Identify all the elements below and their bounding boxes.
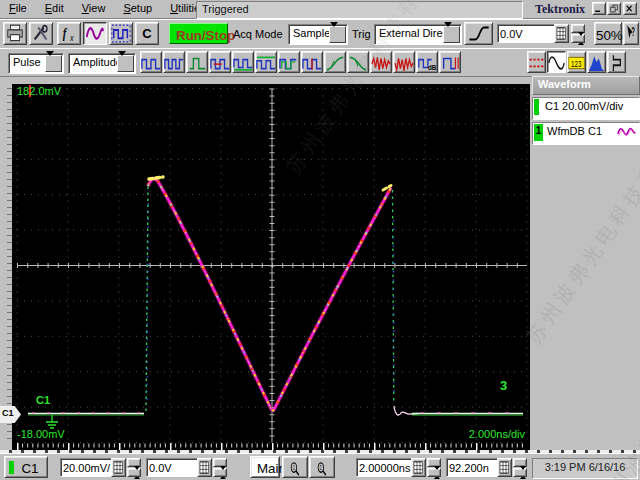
- trigger-level-field[interactable]: [497, 24, 555, 43]
- menu-file[interactable]: File: [0, 0, 36, 18]
- magnifier-2-button[interactable]: 2: [309, 456, 335, 478]
- vertical-offset-field[interactable]: [146, 458, 200, 477]
- vertical-offset-stepper[interactable]: [213, 458, 227, 477]
- oscilloscope-app: FileEditViewSetupUtilitiesHelp Triggered…: [0, 0, 640, 480]
- keypad-button[interactable]: [554, 24, 569, 43]
- menu-bar: FileEditViewSetupUtilitiesHelp Triggered…: [0, 0, 640, 19]
- top-voltage-readout: 182.0mV: [17, 85, 61, 97]
- menu-view[interactable]: View: [73, 0, 115, 18]
- step-down-button[interactable]: [127, 468, 141, 477]
- meas-pulse-mid-button[interactable]: [278, 51, 300, 73]
- horizontal-scale-field[interactable]: [356, 458, 414, 477]
- wfmdb-wave-icon: [617, 125, 637, 139]
- svg-text:f: f: [63, 26, 68, 42]
- keypad-button[interactable]: [497, 458, 512, 477]
- trigger-slope-button[interactable]: [464, 22, 493, 45]
- dropdown-arrow-icon[interactable]: [329, 26, 346, 43]
- waveform-plot: [12, 84, 530, 450]
- print-button[interactable]: [3, 22, 27, 45]
- bottom-voltage-readout: -18.00mV: [17, 428, 65, 440]
- channel-select-button[interactable]: C1: [4, 456, 48, 478]
- dropdown-arrow-icon[interactable]: [443, 26, 460, 43]
- view-cursors-button[interactable]: [527, 51, 546, 73]
- clock-readout: 3:19 PM 6/16/16: [532, 458, 638, 479]
- meas-pulse-high-button[interactable]: [255, 51, 277, 73]
- main-timebase-button[interactable]: Main: [250, 456, 280, 478]
- step-down-button[interactable]: [213, 468, 227, 477]
- trace-ground-symbol: [46, 415, 58, 428]
- channel-color-bar: [9, 461, 14, 474]
- channel-trace-label: C1: [36, 394, 50, 406]
- view-waveform-button[interactable]: [547, 51, 566, 73]
- meas-rise-time-button[interactable]: [324, 51, 346, 73]
- bottom-control-bar: C1 Main 1 2 3:19 PM 6/16/16: [0, 453, 640, 480]
- channel-color-bar: [534, 99, 539, 115]
- trigger-marker-number: 3: [500, 378, 507, 393]
- svg-text:123: 123: [571, 59, 581, 69]
- vertical-scale-field[interactable]: [60, 458, 114, 477]
- meas-pulse-amplitude-button[interactable]: [301, 51, 323, 73]
- c-button[interactable]: C: [135, 22, 159, 45]
- horizontal-position-stepper[interactable]: [513, 458, 527, 477]
- set-trigger-50pct-button[interactable]: 50%: [594, 22, 622, 45]
- waveform-panel: Waveform C1 20.00mV/div 1 WfmDB C1: [532, 76, 640, 450]
- vertical-scale-stepper[interactable]: [127, 458, 141, 477]
- meas-gated-pulse-button[interactable]: [439, 51, 461, 73]
- formula-fx-button[interactable]: fx: [57, 22, 81, 45]
- measurement-toolbar: Pulse Amplitude dB 123: [0, 48, 640, 77]
- measure-type-select[interactable]: Amplitude: [68, 53, 136, 74]
- keypad-button[interactable]: [197, 458, 212, 477]
- svg-text:dB: dB: [428, 63, 436, 72]
- horizontal-position-field[interactable]: [446, 458, 500, 477]
- graticule-display[interactable]: 182.0mV -18.00mV 2.000ns/div C1 3: [12, 84, 530, 450]
- acq-mode-select[interactable]: Sample: [288, 24, 348, 45]
- step-down-button[interactable]: [571, 34, 585, 43]
- main-toolbar: fx C Run/Stop Acq Mode Sample Trig Exter…: [0, 19, 640, 49]
- waveform-display-button[interactable]: [83, 22, 107, 45]
- meas-pulse-low-button[interactable]: [232, 51, 254, 73]
- restore-button[interactable]: [607, 2, 621, 15]
- meas-pulse-pair-button[interactable]: [140, 51, 162, 73]
- waveform-panel-header: Waveform: [532, 76, 640, 95]
- meas-fall-time-button[interactable]: [347, 51, 369, 73]
- meas-burst-noise-button[interactable]: [370, 51, 392, 73]
- timebase-readout: 2.000ns/div: [362, 428, 525, 440]
- acq-mode-label: Acq Mode: [233, 28, 283, 40]
- trig-label: Trig: [352, 28, 371, 40]
- trigger-level-stepper[interactable]: [571, 24, 585, 43]
- waveform-row-wfmdb[interactable]: 1 WfmDB C1: [532, 122, 640, 145]
- magnifier-1-button[interactable]: 1: [282, 456, 308, 478]
- meas-pulse-train-button[interactable]: [163, 51, 185, 73]
- run-stop-button[interactable]: Run/Stop: [169, 23, 228, 44]
- keypad-button[interactable]: [111, 458, 126, 477]
- dropdown-arrow-icon[interactable]: [45, 55, 62, 72]
- keypad-button[interactable]: [411, 458, 426, 477]
- menu-edit[interactable]: Edit: [36, 0, 73, 18]
- menu-setup[interactable]: Setup: [114, 0, 161, 18]
- minimize-button[interactable]: [592, 2, 606, 15]
- context-help-button[interactable]: ?: [623, 22, 639, 45]
- trigger-source-select[interactable]: External Direct: [374, 24, 462, 45]
- horizontal-scale-stepper[interactable]: [427, 458, 441, 477]
- meas-burst-rms-button[interactable]: [393, 51, 415, 73]
- view-readouts-button[interactable]: 123: [567, 51, 586, 73]
- step-down-button[interactable]: [427, 468, 441, 477]
- measurement-buttons-group: dB: [140, 51, 462, 74]
- dropdown-arrow-icon[interactable]: [117, 55, 134, 72]
- waveform-row-c1[interactable]: C1 20.00mV/div: [532, 97, 640, 120]
- pulse-acquire-button[interactable]: [109, 22, 133, 45]
- meas-pulse-period-button[interactable]: [209, 51, 231, 73]
- measure-category-select[interactable]: Pulse: [8, 53, 64, 74]
- trigger-status-readout: Triggered: [196, 1, 523, 19]
- meas-gain-db-button[interactable]: dB: [416, 51, 438, 73]
- view-vertical-pulse-button[interactable]: [607, 51, 626, 73]
- svg-text:?: ?: [632, 26, 636, 39]
- close-button[interactable]: [623, 2, 637, 15]
- view-buttons-group: 123: [527, 51, 627, 74]
- view-histogram-button[interactable]: [587, 51, 606, 73]
- tools-button[interactable]: [29, 22, 53, 45]
- meas-pulse-width-button[interactable]: [186, 51, 208, 73]
- trace-peak-cap-left: [149, 177, 163, 179]
- step-down-button[interactable]: [513, 468, 527, 477]
- svg-text:1: 1: [293, 464, 295, 471]
